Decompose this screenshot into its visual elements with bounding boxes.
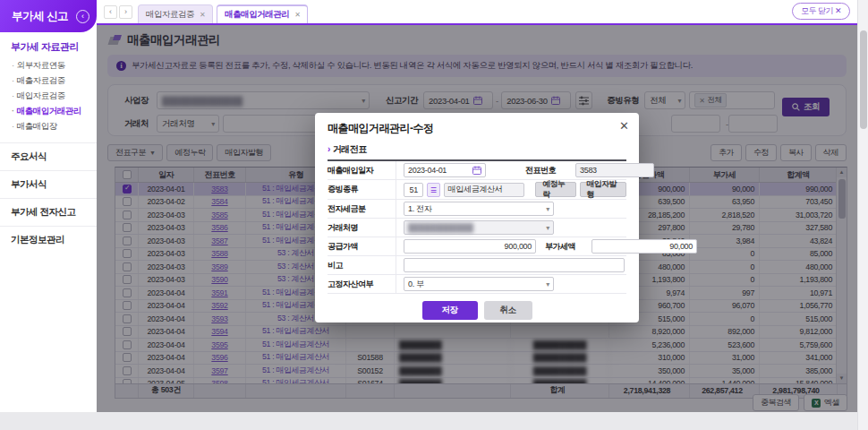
table-row[interactable]: 2023-04-04359751 : 매입세금계산서S00152████████… (115, 365, 847, 378)
memo-input[interactable] (404, 258, 625, 272)
excel-export-button[interactable]: X 엑셀 (804, 394, 847, 411)
period-from-input[interactable]: 2023-04-01 (423, 91, 493, 109)
slip-no-link[interactable]: 3597 (211, 366, 227, 375)
sidebar-item-매출자료검증[interactable]: 매출자료검증 (0, 73, 97, 89)
row-checkbox[interactable] (123, 197, 132, 206)
cancel-button[interactable]: 취소 (484, 301, 532, 320)
supply-amount-input[interactable]: 900,000 (404, 239, 536, 254)
slip-filter-button[interactable]: 전표구분 ▼ (107, 144, 163, 161)
slip-no-link[interactable]: 3591 (211, 288, 227, 297)
slip-no-link[interactable]: 3593 (211, 314, 227, 323)
slip-no-link[interactable]: 3596 (211, 353, 227, 362)
cell-slip-no: 3583 (194, 183, 246, 195)
row-checkbox[interactable] (123, 275, 132, 284)
row-checkbox[interactable] (123, 262, 132, 271)
modal-close-icon[interactable]: ✕ (619, 119, 629, 133)
etax-select[interactable]: 1. 전자 (404, 202, 554, 216)
fixed-asset-select[interactable]: 0. 부 (404, 277, 554, 291)
chip-remove-icon[interactable]: ✕ (699, 97, 704, 105)
slip-no-link[interactable]: 3588 (211, 249, 227, 258)
toolbar-button-수정[interactable]: 수정 (745, 144, 777, 161)
sidebar-item-매출매입장[interactable]: 매출매입장 (0, 119, 97, 134)
tab-close-icon[interactable]: ✕ (294, 11, 300, 19)
calendar-icon[interactable] (472, 166, 481, 175)
table-row[interactable]: 2023-04-04359551 : 매입세금계산서██████████████… (115, 339, 847, 352)
table-scrollbar-thumb[interactable] (838, 179, 846, 219)
table-row[interactable]: 2023-04-04359651 : 매입세금계산서S01588████████… (115, 352, 847, 366)
row-checkbox[interactable] (123, 185, 132, 194)
sidebar-collapse-icon[interactable]: ‹ (76, 10, 89, 23)
vat-amount-input[interactable]: 90,000 (591, 239, 697, 254)
slip-no-link[interactable]: 3592 (211, 301, 227, 310)
row-checkbox[interactable] (123, 249, 132, 258)
tab-매입자료검증[interactable]: 매입자료검증✕ (138, 4, 213, 23)
table-row[interactable]: 2023-04-05359851 : 매입세금계산서S01674████████… (115, 378, 847, 383)
tab-close-icon[interactable]: ✕ (200, 11, 205, 19)
slip-no-link[interactable]: 3590 (211, 275, 227, 284)
slip-no-link[interactable]: 3595 (211, 340, 227, 349)
trans-date-input[interactable]: 2023-04-01 (404, 163, 486, 177)
row-checkbox[interactable] (123, 366, 132, 375)
toolbar-button-삭제[interactable]: 삭제 (815, 144, 847, 161)
toolbar-button-매입자발행[interactable]: 매입자발행 (217, 144, 271, 161)
row-checkbox[interactable] (123, 327, 132, 336)
tab-scroll-right-icon[interactable]: › (119, 5, 132, 19)
doc-picker-icon[interactable]: ☰ (427, 183, 439, 197)
row-checkbox[interactable] (123, 211, 132, 219)
slip-no-link[interactable]: 3587 (211, 236, 227, 245)
partner-name-select[interactable]: ████████████ (404, 220, 554, 235)
tab-scroll-left-icon[interactable]: ‹ (104, 5, 117, 19)
slip-no-link[interactable]: 3586 (211, 223, 227, 232)
row-checkbox[interactable] (123, 288, 132, 297)
calendar-icon[interactable] (473, 96, 482, 105)
toolbar-button-추가[interactable]: 추가 (711, 144, 742, 161)
search-button[interactable]: 조회 (782, 98, 830, 116)
buyer-issued-button[interactable]: 매입자발행 (580, 182, 626, 197)
row-checkbox[interactable] (123, 353, 132, 362)
sidebar-item-매출매입거래관리[interactable]: 매출매입거래관리 (0, 104, 97, 119)
row-checkbox[interactable] (123, 340, 132, 349)
row-checkbox[interactable] (123, 301, 132, 310)
row-checkbox[interactable] (123, 379, 132, 383)
tab-매출매입거래관리[interactable]: 매출매입거래관리✕ (217, 4, 308, 23)
toolbar-button-복사[interactable]: 복사 (780, 144, 812, 161)
doc-type-select[interactable]: 전체 (644, 91, 685, 109)
scroll-up-icon[interactable]: ▲ (837, 168, 847, 177)
toolbar-button-예정누락[interactable]: 예정누락 (166, 144, 213, 161)
sidebar-section-부가서식[interactable]: 부가서식 (0, 170, 97, 198)
period-to-input[interactable]: 2023-06-30 (501, 91, 571, 109)
slip-no-link[interactable]: 3584 (211, 197, 227, 206)
amount-to-input[interactable] (728, 115, 778, 133)
bizplace-select[interactable]: ██████████████ (157, 91, 370, 109)
calendar-icon[interactable] (551, 96, 560, 105)
scroll-down-icon[interactable]: ▼ (837, 374, 847, 383)
slip-no-link[interactable]: 3583 (211, 185, 227, 194)
table-row[interactable]: 2023-04-04359451 : 매입세금계산서8,920,000892,0… (115, 326, 847, 340)
table-scrollbar[interactable]: ▲▼ (836, 168, 847, 383)
sidebar-item-매입자료검증[interactable]: 매입자료검증 (0, 89, 97, 104)
amount-from-input[interactable] (671, 115, 720, 133)
partner-field-select[interactable]: 거래처명 (157, 115, 219, 133)
doc-type-tags-input[interactable]: ✕전체 (689, 91, 775, 109)
sidebar-section-기본정보관리[interactable]: 기본정보관리 (0, 226, 97, 254)
sidebar-item-외부자료연동[interactable]: 외부자료연동 (0, 58, 97, 73)
row-checkbox[interactable] (123, 314, 132, 323)
row-checkbox[interactable] (123, 236, 132, 245)
doc-code-input[interactable]: 51 (404, 183, 423, 197)
browser-scrollbar[interactable] (857, 0, 868, 430)
sidebar-section-주요서식[interactable]: 주요서식 (0, 142, 97, 170)
slip-no-link[interactable]: 3598 (211, 379, 227, 383)
sidebar-section-부가세 전자신고[interactable]: 부가세 전자신고 (0, 198, 97, 226)
scrollbar-thumb[interactable] (860, 30, 867, 129)
slip-no-link[interactable]: 3585 (211, 211, 227, 219)
row-checkbox[interactable] (123, 223, 132, 232)
slip-no-link[interactable]: 3594 (211, 327, 227, 336)
doc-type-chip[interactable]: ✕전체 (694, 93, 727, 108)
slip-no-link[interactable]: 3589 (211, 262, 227, 271)
save-button[interactable]: 저장 (422, 301, 478, 320)
close-all-tabs-button[interactable]: 모두 닫기 ✕ (792, 3, 850, 20)
duplicate-search-button[interactable]: 중복검색 (753, 394, 799, 411)
estimated-omission-button[interactable]: 예정누락 (535, 182, 575, 197)
period-settings-button[interactable] (575, 91, 592, 109)
select-all-checkbox[interactable] (123, 170, 132, 179)
